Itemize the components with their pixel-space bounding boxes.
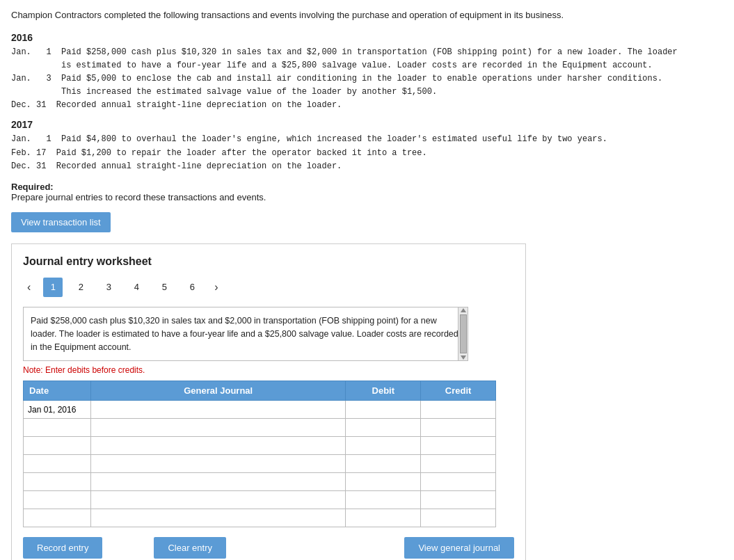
year-2017-heading: 2017 bbox=[11, 119, 723, 130]
debit-cell-4 bbox=[346, 473, 421, 491]
table-row bbox=[24, 473, 496, 491]
view-general-journal-button[interactable]: View general journal bbox=[404, 537, 514, 559]
clear-entry-button[interactable]: Clear entry bbox=[154, 537, 226, 559]
debit-cell-2 bbox=[346, 437, 421, 455]
credit-cell-3 bbox=[421, 455, 496, 473]
col-header-credit: Credit bbox=[421, 381, 496, 401]
page-4[interactable]: 4 bbox=[127, 278, 146, 297]
debit-cell-5 bbox=[346, 491, 421, 509]
debit-input-4[interactable] bbox=[346, 473, 420, 490]
required-label: Required: bbox=[11, 182, 723, 192]
journal-cell-3 bbox=[91, 455, 346, 473]
credit-cell-2 bbox=[421, 437, 496, 455]
journal-cell-0 bbox=[91, 401, 346, 419]
debit-input-3[interactable] bbox=[346, 455, 420, 472]
journal-cell-4 bbox=[91, 473, 346, 491]
journal-input-5[interactable] bbox=[91, 491, 345, 509]
view-transaction-button[interactable]: View transaction list bbox=[11, 212, 111, 232]
debit-input-0[interactable] bbox=[346, 401, 420, 418]
record-entry-button[interactable]: Record entry bbox=[23, 537, 102, 559]
date-input-3[interactable] bbox=[24, 455, 90, 472]
description-text: Paid $258,000 cash plus $10,320 in sales… bbox=[31, 316, 458, 352]
col-header-date: Date bbox=[24, 381, 91, 401]
journal-cell-2 bbox=[91, 437, 346, 455]
credit-input-3[interactable] bbox=[421, 455, 495, 472]
journal-input-3[interactable] bbox=[91, 455, 345, 472]
date-input-4[interactable] bbox=[24, 473, 90, 490]
next-page-button[interactable]: › bbox=[210, 280, 222, 295]
scroll-up-icon[interactable] bbox=[461, 308, 466, 312]
debit-cell-6 bbox=[346, 509, 421, 527]
page-1[interactable]: 1 bbox=[43, 278, 63, 297]
note-text: Note: Enter debits before credits. bbox=[23, 365, 514, 375]
date-cell-3 bbox=[24, 455, 91, 473]
transactions-2016: Jan. 1 Paid $258,000 cash plus $10,320 i… bbox=[11, 46, 723, 113]
journal-input-4[interactable] bbox=[91, 473, 345, 490]
journal-input-0[interactable] bbox=[91, 401, 345, 418]
date-cell-2 bbox=[24, 437, 91, 455]
year-2016-heading: 2016 bbox=[11, 32, 723, 43]
table-row bbox=[24, 491, 496, 509]
credit-cell-0 bbox=[421, 401, 496, 419]
page-2[interactable]: 2 bbox=[71, 278, 90, 297]
debit-input-2[interactable] bbox=[346, 437, 420, 454]
debit-input-5[interactable] bbox=[346, 491, 420, 509]
description-box: Paid $258,000 cash plus $10,320 in sales… bbox=[23, 307, 468, 361]
journal-cell-5 bbox=[91, 491, 346, 509]
credit-cell-4 bbox=[421, 473, 496, 491]
date-input-5[interactable] bbox=[24, 491, 90, 509]
prev-page-button[interactable]: ‹ bbox=[23, 280, 35, 295]
worksheet-container: Journal entry worksheet ‹ 1 2 3 4 5 6 › … bbox=[11, 243, 526, 560]
page-3[interactable]: 3 bbox=[99, 278, 118, 297]
intro-paragraph: Champion Contractors completed the follo… bbox=[11, 8, 723, 22]
credit-cell-5 bbox=[421, 491, 496, 509]
journal-cell-1 bbox=[91, 419, 346, 437]
table-row bbox=[24, 509, 496, 527]
credit-input-2[interactable] bbox=[421, 437, 495, 454]
date-cell-1 bbox=[24, 419, 91, 437]
date-cell-0 bbox=[24, 401, 91, 419]
debit-cell-1 bbox=[346, 419, 421, 437]
date-cell-5 bbox=[24, 491, 91, 509]
credit-input-0[interactable] bbox=[421, 401, 495, 418]
date-input-0[interactable] bbox=[24, 401, 90, 418]
credit-input-5[interactable] bbox=[421, 491, 495, 509]
credit-cell-6 bbox=[421, 509, 496, 527]
journal-input-6[interactable] bbox=[91, 509, 345, 527]
page-5[interactable]: 5 bbox=[154, 278, 174, 297]
worksheet-title: Journal entry worksheet bbox=[23, 255, 514, 268]
date-input-6[interactable] bbox=[24, 509, 90, 527]
col-header-journal: General Journal bbox=[91, 381, 346, 401]
scroll-down-icon[interactable] bbox=[461, 355, 466, 360]
required-text: Prepare journal entries to record these … bbox=[11, 192, 723, 202]
credit-input-4[interactable] bbox=[421, 473, 495, 490]
journal-cell-6 bbox=[91, 509, 346, 527]
debit-input-1[interactable] bbox=[346, 419, 420, 436]
bottom-buttons: Record entry Clear entry View general jo… bbox=[23, 537, 514, 559]
pagination: ‹ 1 2 3 4 5 6 › bbox=[23, 278, 514, 297]
table-row bbox=[24, 437, 496, 455]
date-cell-6 bbox=[24, 509, 91, 527]
scrollbar[interactable] bbox=[458, 307, 468, 360]
credit-cell-1 bbox=[421, 419, 496, 437]
credit-input-1[interactable] bbox=[421, 419, 495, 436]
credit-input-6[interactable] bbox=[421, 509, 495, 527]
page-6[interactable]: 6 bbox=[182, 278, 202, 297]
journal-input-1[interactable] bbox=[91, 419, 345, 436]
date-input-2[interactable] bbox=[24, 437, 90, 454]
date-cell-4 bbox=[24, 473, 91, 491]
table-row bbox=[24, 401, 496, 419]
table-row bbox=[24, 455, 496, 473]
debit-cell-3 bbox=[346, 455, 421, 473]
debit-cell-0 bbox=[346, 401, 421, 419]
journal-table: Date General Journal Debit Credit bbox=[23, 381, 496, 527]
date-input-1[interactable] bbox=[24, 419, 90, 436]
table-row bbox=[24, 419, 496, 437]
required-section: Required: Prepare journal entries to rec… bbox=[11, 182, 723, 202]
scroll-thumb[interactable] bbox=[460, 314, 467, 353]
col-header-debit: Debit bbox=[346, 381, 421, 401]
debit-input-6[interactable] bbox=[346, 509, 420, 527]
journal-input-2[interactable] bbox=[91, 437, 345, 454]
transactions-2017: Jan. 1 Paid $4,800 to overhaul the loade… bbox=[11, 133, 723, 173]
